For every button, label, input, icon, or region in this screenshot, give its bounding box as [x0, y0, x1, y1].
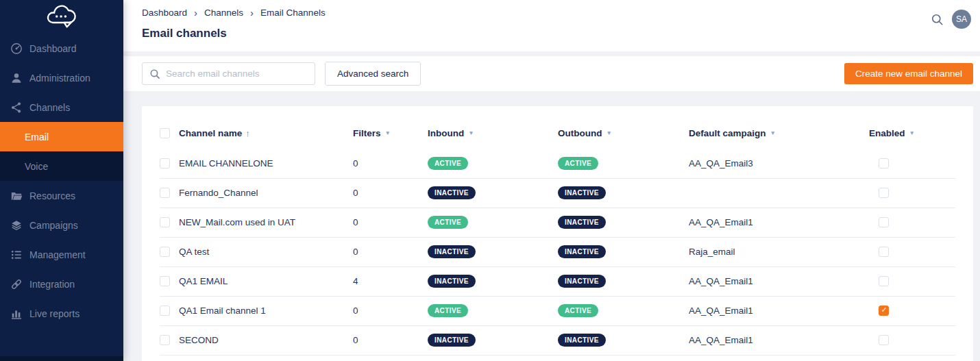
column-header-channel-name[interactable]: Channel name↑ — [179, 106, 353, 149]
search-input[interactable] — [166, 69, 308, 79]
row-checkbox[interactable] — [160, 217, 170, 227]
sidebar-item-label: Channels — [29, 102, 70, 113]
breadcrumb-email-channels[interactable]: Email Channels — [260, 8, 326, 18]
enabled-checkbox[interactable] — [879, 335, 889, 345]
sidebar: Dashboard Administration Channels Email … — [0, 0, 123, 361]
app-root: Dashboard Administration Channels Email … — [0, 0, 980, 361]
channel-name-link[interactable]: EMAIL CHANNELONE — [179, 158, 273, 169]
avatar[interactable]: SA — [952, 10, 971, 29]
sidebar-item-voice[interactable]: Voice — [0, 151, 123, 181]
enabled-checkbox[interactable] — [879, 158, 889, 169]
row-checkbox[interactable] — [160, 188, 170, 198]
enabled-checkbox[interactable] — [879, 276, 889, 286]
outbound-status-badge: ACTIVE — [558, 304, 598, 317]
app-logo[interactable] — [0, 0, 123, 34]
sidebar-item-dashboard[interactable]: Dashboard — [0, 34, 123, 63]
sidebar-item-label: Voice — [25, 161, 48, 172]
sidebar-item-campaigns[interactable]: Campaigns — [0, 210, 123, 240]
sidebar-item-resources[interactable]: Resources — [0, 181, 123, 210]
enabled-checkbox[interactable] — [879, 247, 889, 257]
channel-name-link[interactable]: NEW_Mail.com used in UAT — [179, 217, 295, 227]
sidebar-item-live-reports[interactable]: Live reports — [0, 299, 123, 328]
channel-name-link[interactable]: QA1 Email channel 1 — [179, 306, 266, 316]
search-box — [142, 62, 315, 85]
share-icon — [10, 101, 23, 114]
enabled-checkbox[interactable] — [879, 217, 889, 227]
bar-chart-icon — [10, 308, 23, 320]
page-title: Email channels — [142, 27, 970, 40]
advanced-search-button[interactable]: Advanced search — [325, 62, 421, 86]
sidebar-item-integration[interactable]: Integration — [0, 269, 123, 299]
column-header-outbound[interactable]: Outbound▼ — [558, 106, 689, 149]
default-campaign: AA_QA_Email1 — [689, 208, 869, 237]
chevron-down-icon: ▼ — [606, 129, 611, 136]
sidebar-item-label: Administration — [29, 73, 90, 84]
outbound-status-badge: INACTIVE — [558, 275, 606, 288]
email-channels-table: Channel name↑ Filters▼ Inbound▼ Outbound… — [160, 106, 955, 356]
inbound-status-badge: ACTIVE — [428, 157, 468, 170]
inbound-status-badge: ACTIVE — [428, 304, 468, 317]
outbound-status-badge: ACTIVE — [558, 157, 598, 170]
column-header-enabled[interactable]: Enabled▼ — [869, 106, 955, 149]
layers-icon — [10, 219, 23, 232]
inbound-status-badge: INACTIVE — [428, 334, 476, 347]
default-campaign: AA_QA_Email1 — [689, 296, 869, 325]
filters-count: 0 — [353, 237, 428, 266]
chevron-down-icon: ▼ — [770, 129, 776, 136]
outbound-status-badge: INACTIVE — [558, 216, 606, 229]
filters-count: 0 — [353, 208, 428, 237]
default-campaign — [689, 178, 869, 208]
breadcrumb: Dashboard › Channels › Email Channels — [142, 8, 970, 18]
sidebar-item-label: Resources — [29, 190, 75, 201]
column-header-filters[interactable]: Filters▼ — [353, 106, 428, 149]
row-checkbox[interactable] — [160, 247, 170, 257]
row-checkbox[interactable] — [160, 335, 170, 345]
sidebar-item-label: Campaigns — [29, 220, 78, 231]
channel-name-link[interactable]: QA1 EMAIL — [179, 276, 228, 286]
sidebar-item-label: Dashboard — [29, 43, 77, 54]
channel-name-link[interactable]: Fernando_Channel — [179, 188, 258, 198]
toolbar: Advanced search Create new email channel — [123, 56, 980, 91]
search-icon — [149, 69, 160, 79]
default-campaign: AA_QA_Email1 — [689, 325, 869, 355]
link-icon — [10, 278, 23, 290]
sidebar-item-management[interactable]: Management — [0, 240, 123, 269]
filters-count: 4 — [353, 266, 428, 296]
row-checkbox[interactable] — [160, 276, 170, 286]
enabled-checkbox[interactable] — [879, 306, 889, 316]
row-checkbox[interactable] — [160, 158, 170, 169]
table-row: Fernando_Channel 0 INACTIVE INACTIVE — [160, 178, 955, 208]
header-actions: SA — [931, 10, 971, 29]
search-icon[interactable] — [931, 13, 944, 26]
channel-name-link[interactable]: QA test — [179, 247, 209, 257]
sidebar-bottom-bar — [0, 356, 123, 361]
sidebar-item-label: Live reports — [29, 308, 79, 319]
folder-icon — [10, 190, 23, 202]
sidebar-item-administration[interactable]: Administration — [0, 63, 123, 92]
sidebar-item-email[interactable]: Email — [0, 122, 123, 151]
channels-table-panel: Channel name↑ Filters▼ Inbound▼ Outbound… — [142, 106, 973, 361]
breadcrumb-channels[interactable]: Channels — [204, 8, 243, 18]
select-all-checkbox[interactable] — [160, 128, 170, 138]
filters-count: 0 — [353, 325, 428, 355]
column-header-default-campaign[interactable]: Default campaign▼ — [689, 106, 869, 149]
chevron-down-icon: ▼ — [909, 129, 915, 136]
header-divider — [123, 51, 980, 56]
table-row: QA1 EMAIL 4 INACTIVE INACTIVE AA_QA_Emai… — [160, 266, 955, 296]
row-checkbox[interactable] — [160, 306, 170, 316]
create-new-email-channel-button[interactable]: Create new email channel — [844, 63, 973, 84]
chevron-down-icon: ▼ — [385, 129, 391, 136]
default-campaign: AA_QA_Email3 — [689, 149, 869, 178]
enabled-checkbox[interactable] — [879, 188, 889, 198]
column-header-inbound[interactable]: Inbound▼ — [428, 106, 558, 149]
channel-name-link[interactable]: SECOND — [179, 335, 219, 345]
table-row: EMAIL CHANNELONE 0 ACTIVE ACTIVE AA_QA_E… — [160, 149, 955, 178]
default-campaign: AA_QA_Email1 — [689, 266, 869, 296]
breadcrumb-dashboard[interactable]: Dashboard — [142, 8, 187, 18]
inbound-status-badge: ACTIVE — [428, 216, 468, 229]
table-row: NEW_Mail.com used in UAT 0 ACTIVE INACTI… — [160, 208, 955, 237]
sidebar-item-channels[interactable]: Channels — [0, 92, 123, 122]
table-header-row: Channel name↑ Filters▼ Inbound▼ Outbound… — [160, 106, 955, 149]
inbound-status-badge: INACTIVE — [428, 186, 476, 199]
list-icon — [10, 249, 23, 261]
